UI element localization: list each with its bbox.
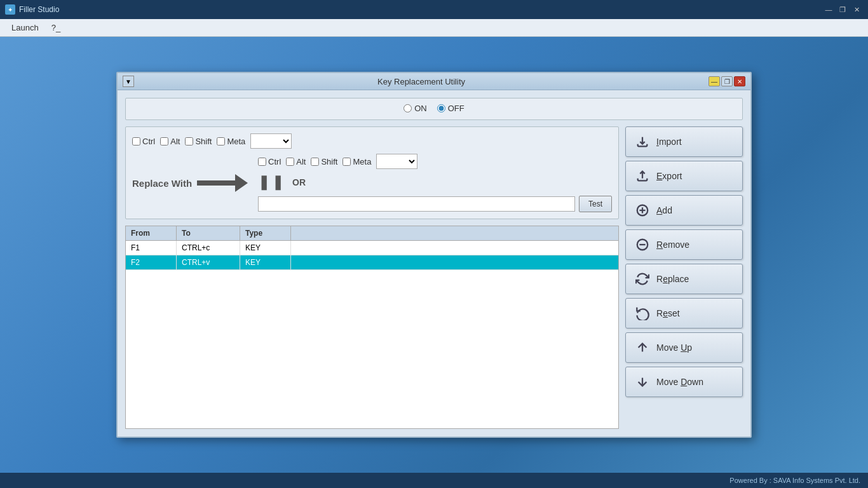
- from-key-row: Ctrl Alt Shift: [132, 133, 612, 149]
- right-panel: Import Export: [625, 126, 743, 429]
- to-ctrl-label[interactable]: Ctrl: [258, 157, 281, 166]
- import-icon: [635, 134, 650, 149]
- move-down-label: Move Down: [656, 377, 703, 387]
- status-bar: Powered By : SAVA Info Systems Pvt. Ltd.: [0, 473, 868, 488]
- app-icon: ✦: [5, 4, 15, 15]
- to-shift-label[interactable]: Shift: [311, 157, 337, 166]
- from-alt-checkbox[interactable]: [160, 137, 168, 146]
- replace-icon: [635, 271, 650, 287]
- dialog-minimize[interactable]: —: [709, 76, 720, 86]
- dialog-body: ON OFF: [118, 90, 750, 437]
- app-title: Filler Studio: [19, 5, 822, 14]
- title-bar-controls: — ❐ ✕: [822, 4, 863, 15]
- replace-with-section: Replace With Ctrl: [132, 154, 612, 212]
- test-input-row: Test: [258, 196, 612, 212]
- remove-label: Remove: [656, 240, 689, 250]
- to-alt-label[interactable]: Alt: [286, 157, 306, 166]
- add-label: Add: [656, 205, 672, 215]
- to-alt-checkbox[interactable]: [286, 158, 294, 166]
- remove-icon: [635, 237, 650, 252]
- toggle-area: ON OFF: [125, 98, 743, 120]
- row1-from: F1: [126, 241, 177, 255]
- content-layout: Ctrl Alt Shift: [125, 126, 743, 429]
- or-label: OR: [292, 177, 306, 187]
- row1-to: CTRL+c: [177, 241, 240, 255]
- export-label: Export: [656, 171, 682, 181]
- replace-button[interactable]: Replace: [625, 264, 743, 294]
- from-shift-checkbox[interactable]: [185, 137, 193, 146]
- left-panel: Ctrl Alt Shift: [125, 126, 619, 429]
- to-key-section: Ctrl Alt Shift: [258, 154, 612, 212]
- replace-with-label: Replace With: [132, 178, 192, 189]
- from-key-dropdown[interactable]: [250, 133, 292, 149]
- maximize-button[interactable]: ❐: [836, 4, 849, 15]
- close-button[interactable]: ✕: [850, 4, 863, 15]
- from-meta-checkbox[interactable]: [217, 137, 225, 146]
- add-button[interactable]: Add: [625, 195, 743, 226]
- on-label: ON: [414, 104, 427, 113]
- move-up-button[interactable]: Move Up: [625, 332, 743, 363]
- test-button[interactable]: Test: [579, 196, 612, 212]
- remove-button[interactable]: Remove: [625, 229, 743, 260]
- move-down-button[interactable]: Move Down: [625, 367, 743, 397]
- pause-symbol: ❚❚: [258, 174, 286, 191]
- row2-from: F2: [126, 255, 177, 269]
- to-meta-checkbox[interactable]: [342, 158, 351, 166]
- add-icon: [635, 203, 650, 218]
- on-off-group: ON OFF: [403, 104, 465, 113]
- dialog-close[interactable]: ✕: [734, 76, 745, 86]
- col-from: From: [126, 226, 177, 240]
- status-text: Powered By : SAVA Info Systems Pvt. Ltd.: [729, 477, 860, 484]
- from-ctrl-checkbox[interactable]: [132, 137, 140, 146]
- to-ctrl-checkbox[interactable]: [258, 158, 266, 166]
- or-section: ❚❚ OR: [258, 174, 612, 191]
- off-radio-label[interactable]: OFF: [437, 104, 465, 113]
- dialog-maximize[interactable]: ❐: [721, 76, 733, 86]
- menu-help[interactable]: ?_: [45, 22, 67, 34]
- from-ctrl-label[interactable]: Ctrl: [132, 137, 155, 146]
- off-radio[interactable]: [437, 104, 445, 112]
- on-radio[interactable]: [403, 104, 412, 112]
- move-down-icon: [635, 374, 650, 390]
- reset-icon: [635, 306, 650, 321]
- from-meta-label[interactable]: Meta: [217, 137, 245, 146]
- to-meta-label[interactable]: Meta: [342, 157, 371, 166]
- table-header: From To Type: [126, 226, 618, 241]
- key-config-area: Ctrl Alt Shift: [125, 126, 619, 219]
- replace-label: Replace: [656, 274, 689, 284]
- to-shift-checkbox[interactable]: [311, 158, 319, 166]
- row1-type: KEY: [240, 241, 291, 255]
- row2-type: KEY: [240, 255, 291, 269]
- col-to: To: [177, 226, 240, 240]
- dialog-scroll-button[interactable]: ▼: [123, 76, 134, 87]
- reset-label: Reset: [656, 308, 680, 318]
- move-up-icon: [635, 340, 650, 355]
- to-key-row: Ctrl Alt Shift: [258, 154, 612, 169]
- table-row[interactable]: F2 CTRL+v KEY: [126, 255, 618, 270]
- table-row[interactable]: F1 CTRL+c KEY: [126, 241, 618, 255]
- col-type: Type: [240, 226, 291, 240]
- reset-button[interactable]: Reset: [625, 298, 743, 329]
- menu-bar: Launch ?_: [0, 19, 868, 37]
- arrow: [197, 174, 248, 192]
- title-bar: ✦ Filler Studio — ❐ ✕: [0, 0, 868, 19]
- on-radio-label[interactable]: ON: [403, 104, 427, 113]
- from-shift-label[interactable]: Shift: [185, 137, 212, 146]
- dialog-controls: — ❐ ✕: [709, 76, 745, 86]
- menu-launch[interactable]: Launch: [5, 22, 45, 34]
- from-alt-label[interactable]: Alt: [160, 137, 180, 146]
- import-button[interactable]: Import: [625, 126, 743, 157]
- dialog-title: Key Replacement Utility: [377, 77, 465, 86]
- dialog-window: ▼ Key Replacement Utility — ❐ ✕ ON: [116, 72, 752, 438]
- row2-to: CTRL+v: [177, 255, 240, 269]
- move-up-label: Move Up: [656, 342, 692, 353]
- export-button[interactable]: Export: [625, 161, 743, 191]
- off-label: OFF: [448, 104, 465, 113]
- minimize-button[interactable]: —: [822, 4, 835, 15]
- key-table: From To Type F1 CTRL+c KEY F2 CTRL+v: [125, 226, 619, 429]
- to-key-dropdown[interactable]: [376, 154, 417, 169]
- arrow-head: [235, 174, 248, 192]
- test-input[interactable]: [258, 196, 575, 212]
- dialog-title-bar: ▼ Key Replacement Utility — ❐ ✕: [118, 73, 750, 90]
- export-icon: [635, 168, 650, 184]
